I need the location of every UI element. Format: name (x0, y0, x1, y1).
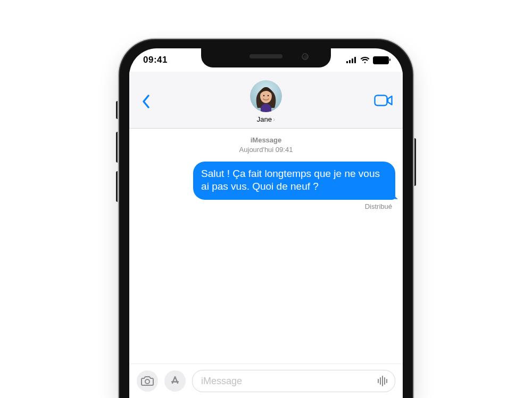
compose-bar: iMessage (129, 363, 403, 398)
battery-icon (373, 56, 389, 64)
timestamp-label: Aujourd'hui 09:41 (239, 146, 293, 154)
dictation-button[interactable] (375, 373, 390, 389)
camera-button[interactable] (137, 370, 158, 392)
phone-silent-switch (116, 101, 119, 119)
message-row: Salut ! Ça fait longtemps que je ne vous… (137, 162, 395, 200)
facetime-button[interactable] (373, 91, 394, 110)
svg-point-3 (268, 95, 269, 96)
status-time: 09:41 (143, 55, 168, 65)
contact-info[interactable]: Jane › (250, 80, 282, 123)
service-label: iMessage (137, 136, 395, 145)
contact-name: Jane (257, 115, 272, 123)
app-store-icon (169, 375, 181, 387)
camera-icon (141, 376, 154, 386)
chevron-left-icon (142, 95, 151, 108)
phone-screen: 09:41 (129, 48, 403, 398)
phone-volume-up (116, 132, 119, 163)
sent-message-bubble[interactable]: Salut ! Ça fait longtemps que je ne vous… (193, 162, 395, 200)
message-input[interactable]: iMessage (192, 370, 395, 392)
phone-volume-down (116, 171, 119, 202)
cellular-signal-icon (346, 57, 357, 63)
wifi-icon (360, 57, 370, 64)
back-button[interactable] (137, 92, 156, 111)
waveform-icon (377, 375, 388, 387)
status-indicators (346, 56, 389, 64)
contact-name-row: Jane › (257, 115, 276, 123)
canvas: 09:41 (0, 0, 532, 398)
app-drawer-button[interactable] (164, 370, 186, 392)
svg-rect-4 (375, 96, 387, 106)
phone-frame: 09:41 (120, 40, 412, 398)
delivery-receipt: Distribué (137, 202, 392, 210)
avatar (250, 80, 282, 112)
message-thread[interactable]: iMessage Aujourd'hui 09:41 Salut ! Ça fa… (129, 128, 403, 364)
front-camera (302, 53, 309, 60)
svg-point-2 (263, 95, 265, 96)
phone-side-button (413, 138, 416, 186)
chevron-right-icon: › (273, 115, 275, 123)
video-camera-icon (374, 94, 393, 107)
message-placeholder: iMessage (201, 376, 242, 387)
svg-point-5 (145, 379, 149, 384)
phone-notch (201, 48, 331, 67)
thread-timestamp: iMessage Aujourd'hui 09:41 (137, 136, 395, 154)
earpiece (250, 54, 282, 58)
conversation-header: Jane › (129, 72, 403, 129)
